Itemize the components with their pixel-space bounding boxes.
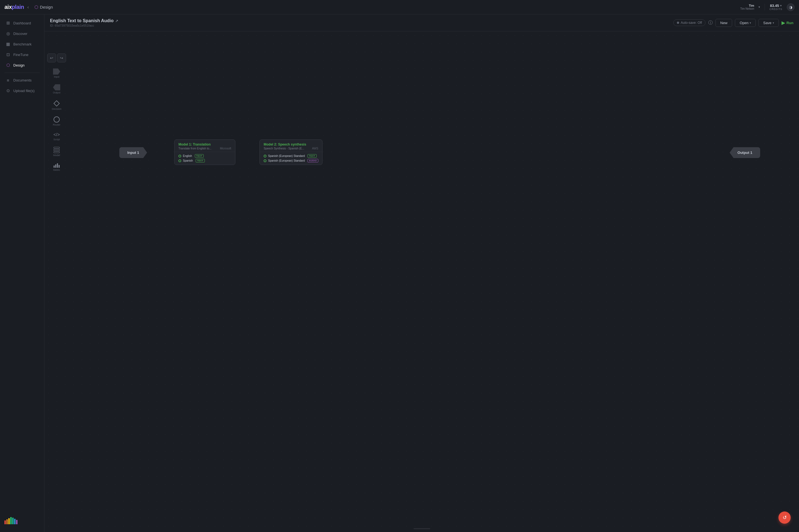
- output-tool-shape: [53, 84, 60, 90]
- tool-script[interactable]: </> Script: [47, 130, 66, 143]
- autosave-badge[interactable]: Auto-save: Off: [673, 19, 706, 26]
- script-tool-label: Script: [53, 138, 60, 141]
- port-dot: [179, 159, 181, 162]
- benchmark-icon: ▦: [5, 42, 11, 46]
- open-label: Open: [740, 21, 748, 25]
- script-tool-shape: </>: [53, 132, 60, 137]
- sidebar: ⊞ Dashboard ◎ Discover ▦ Benchmark ⊡ Fin…: [0, 14, 44, 532]
- logo: aixplain: [4, 4, 24, 10]
- sidebar-bottom: [0, 512, 44, 529]
- tool-panel: ↩ ↪ Input Output: [47, 54, 66, 173]
- design-icon: ⬡: [5, 63, 11, 68]
- metric-tool-shape: [54, 163, 60, 168]
- upload-icon: ⊙: [5, 88, 11, 93]
- tool-router[interactable]: Router: [47, 114, 66, 128]
- output-tool-label: Output: [53, 91, 60, 94]
- user-name: Tim: [749, 4, 754, 7]
- fab-button[interactable]: ↺: [779, 512, 791, 524]
- save-chevron: ▾: [773, 21, 774, 24]
- input-node-label: Input 1: [127, 151, 139, 155]
- run-icon: ▶: [782, 20, 785, 25]
- user-sub: Tim Nelson: [740, 7, 754, 10]
- credits-amount: 83.45: [770, 4, 779, 8]
- dashboard-icon: ⊞: [5, 20, 11, 25]
- router-tool-label: Router: [53, 124, 60, 126]
- decision-tool-shape: [53, 100, 60, 107]
- model2-port-text: Spanish (European) Standard TEXT: [264, 154, 318, 158]
- rainbow-bar-7: [16, 520, 17, 524]
- model2-node[interactable]: Model 2: Speech synthesis Speech Synthes…: [259, 139, 323, 165]
- user-info: Tim Tim Nelson: [740, 4, 754, 10]
- port-type-text: TEXT: [195, 154, 204, 158]
- section-title: Design: [40, 5, 53, 10]
- model1-title: Model 1: Translation: [179, 142, 231, 146]
- model2-title: Model 2: Speech synthesis: [264, 142, 318, 146]
- port-type-text: TEXT: [308, 154, 316, 158]
- credits-label: CREDITS: [769, 8, 782, 11]
- collapse-button[interactable]: ‹: [27, 5, 29, 10]
- rainbow-bar-6: [14, 519, 16, 524]
- rainbow-bars: [4, 516, 40, 524]
- model1-node[interactable]: Model 1: Translation Translate from Engl…: [174, 139, 235, 165]
- model1-port-english: English TEXT: [179, 154, 231, 158]
- save-button[interactable]: Save ▾: [759, 19, 779, 27]
- user-chevron[interactable]: ▾: [759, 5, 760, 9]
- design-section-icon: ⬡: [34, 4, 38, 10]
- input-node[interactable]: Input 1: [119, 147, 147, 158]
- undo-redo-group: ↩ ↪: [47, 54, 66, 62]
- input-tool-label: Input: [54, 75, 59, 78]
- open-button[interactable]: Open ▾: [735, 19, 756, 27]
- output-node[interactable]: Output 1: [730, 147, 760, 158]
- sidebar-item-label: Dashboard: [13, 21, 31, 25]
- sidebar-item-documents[interactable]: ≡ Documents: [0, 75, 44, 86]
- content-area: English Text to Spanish Audio ↗ ID: 65d7…: [44, 14, 799, 532]
- canvas: ↩ ↪ Input Output: [44, 31, 799, 532]
- topbar: aixplain ‹ ⬡ Design Tim Tim Nelson ▾ 83.…: [0, 0, 799, 14]
- sidebar-item-design[interactable]: ⬡ Design: [0, 60, 44, 71]
- model2-body: Spanish (European) Standard TEXT Spanish…: [260, 152, 322, 165]
- sidebar-item-benchmark[interactable]: ▦ Benchmark: [0, 39, 44, 49]
- tool-metric[interactable]: Metric: [47, 160, 66, 173]
- theme-toggle-button[interactable]: ◑: [787, 3, 795, 11]
- model1-body: English TEXT Spanish TEXT: [175, 152, 235, 165]
- redo-button[interactable]: ↪: [57, 54, 66, 62]
- sidebar-item-finetune[interactable]: ⊡ FineTune: [0, 49, 44, 60]
- sidebar-item-label: Upload file(s): [13, 89, 35, 93]
- model1-provider: Microsoft: [220, 147, 231, 150]
- model2-subtitle: Speech Synthesis - Spanish (E...: [264, 147, 304, 150]
- documents-icon: ≡: [5, 78, 11, 82]
- autosave-dot: [677, 22, 679, 24]
- router-tool-shape: [54, 116, 60, 122]
- fab-icon: ↺: [783, 515, 787, 520]
- credits-chevron[interactable]: ▾: [780, 4, 782, 7]
- new-button[interactable]: New: [715, 19, 732, 27]
- model2-header: Model 2: Speech synthesis Speech Synthes…: [260, 140, 322, 152]
- port-type-audio: AUDIO: [308, 159, 318, 163]
- workflow-link-icon[interactable]: ↗: [115, 19, 118, 23]
- tool-decision[interactable]: Decision: [47, 98, 66, 113]
- scrollbar-hint: [414, 528, 430, 529]
- port-dot: [264, 159, 267, 162]
- run-button[interactable]: ▶ Run: [782, 20, 794, 25]
- rainbow-bar-1: [4, 520, 6, 524]
- tool-model[interactable]: Model: [47, 145, 66, 159]
- info-button[interactable]: ⓘ: [708, 20, 713, 26]
- sidebar-item-discover[interactable]: ◎ Discover: [0, 28, 44, 39]
- sidebar-item-label: Design: [13, 63, 24, 68]
- undo-button[interactable]: ↩: [47, 54, 56, 62]
- sidebar-item-label: Discover: [13, 32, 28, 36]
- new-label: New: [720, 21, 727, 25]
- model1-subtitle: Translate from English to...: [179, 147, 212, 150]
- tool-input[interactable]: Input: [47, 66, 66, 80]
- port-label: Spanish: [183, 159, 193, 162]
- sidebar-item-dashboard[interactable]: ⊞ Dashboard: [0, 18, 44, 28]
- sidebar-item-label: Documents: [13, 78, 32, 82]
- model2-provider: AWS: [312, 147, 318, 150]
- port-label: Spanish (European) Standard: [268, 159, 305, 162]
- model1-sub: Translate from English to... Microsoft: [179, 147, 231, 150]
- open-chevron: ▾: [750, 21, 751, 24]
- port-label: English: [183, 154, 192, 157]
- tool-output[interactable]: Output: [47, 82, 66, 96]
- sidebar-item-upload[interactable]: ⊙ Upload file(s): [0, 86, 44, 96]
- output-node-label: Output 1: [738, 151, 752, 155]
